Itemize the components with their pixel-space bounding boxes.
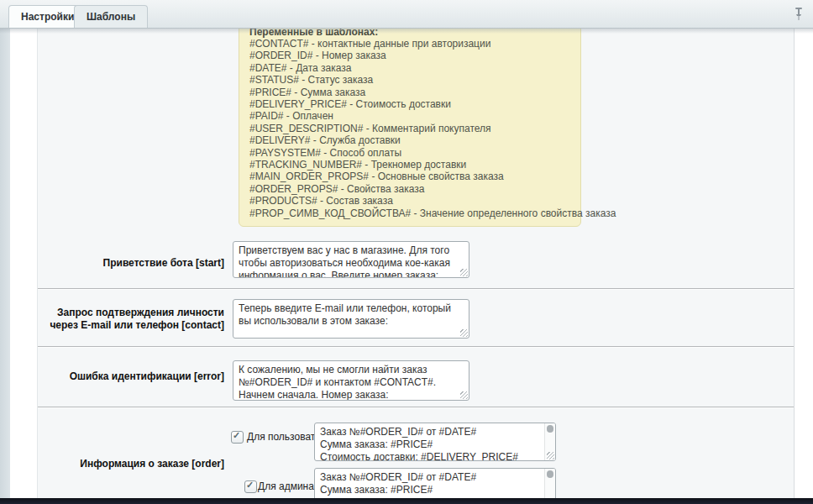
scrollbar-thumb[interactable] [547,425,553,433]
field-label-order: Информация о заказе [order] [38,458,224,470]
order-admin-textarea[interactable]: Заказ №#ORDER_ID# от #DATE# Сумма заказа… [314,468,556,498]
order-admin-textarea-wrap: Заказ №#ORDER_ID# от #DATE# Сумма заказа… [314,468,556,498]
variable-item: #DATE# - Дата заказа [249,62,570,74]
variable-item: #PRODUCTS# - Состав заказа [249,195,570,207]
variable-item: #DELIVERY# - Служба доставки [249,134,570,146]
variable-item: #DELIVERY_PRICE# - Стоимость доставки [249,98,570,110]
variable-item: #PAYSYSTEM# - Способ оплаты [249,147,570,159]
field-label-contact: Запрос подтверждения личности через E-ma… [38,307,224,332]
settings-form-panel: Переменные в шаблонах: #CONTACT# - конта… [37,29,795,498]
variable-item: #TRACKING_NUMBER# - Трекномер доставки [249,159,570,171]
contact-message-textarea[interactable]: Теперь введите E-mail или телефон, котор… [233,299,469,339]
scrollbar-thumb[interactable] [547,470,553,478]
template-variables-note: Переменные в шаблонах: #CONTACT# - конта… [239,29,581,227]
error-message-textarea[interactable]: К сожалению, мы не смогли найти заказ №#… [233,360,469,401]
variable-item: #ORDER_PROPS# - Свойства заказа [249,183,570,195]
for-user-checkbox[interactable]: ✓ [231,431,244,444]
bot-settings-page: Переменные в шаблонах: #CONTACT# - конта… [0,0,813,504]
contact-textarea-wrap: Теперь введите E-mail или телефон, котор… [233,299,469,339]
field-label-error: Ошибка идентификации [error] [38,370,224,383]
row-divider [38,346,794,348]
pin-icon[interactable] [793,7,805,21]
error-textarea-wrap: К сожалению, мы не смогли найти заказ №#… [233,360,469,401]
variable-item: #PROP_СИМВ_КОД_СВОЙСТВА# - Значение опре… [249,207,570,219]
row-divider [38,407,794,408]
start-message-textarea[interactable]: Приветствуем вас у нас в магазине. Для т… [233,241,469,278]
tab-templates[interactable]: Шаблоны [74,5,148,28]
order-user-textarea[interactable]: Заказ №#ORDER_ID# от #DATE# Сумма заказа… [314,423,556,461]
for-admin-checkbox-label: Для админа [258,480,314,493]
variables-list: #CONTACT# - контактные данные при автори… [249,38,570,219]
variable-item: #ORDER_ID# - Номер заказа [249,50,570,61]
bottom-window-edge [0,498,813,504]
for-admin-checkbox[interactable]: ✓ [244,480,257,493]
variable-item: #PRICE# - Сумма заказа [249,87,570,98]
order-user-textarea-wrap: Заказ №#ORDER_ID# от #DATE# Сумма заказа… [314,423,556,461]
variable-item: #STATUS# - Статус заказа [249,74,570,86]
row-divider [38,288,794,290]
variable-item: #CONTACT# - контактные данные при автори… [249,38,570,50]
variable-item: #USER_DESCRIPTION# - Комментарий покупат… [249,123,570,134]
admin-tabbar: Настройки Шаблоны [0,0,813,29]
check-icon: ✓ [233,430,240,441]
textarea-scrollbar[interactable] [544,469,555,498]
variable-item: #PAID# - Оплачен [249,110,570,122]
field-label-start: Приветствие бота [start] [38,257,224,270]
variable-item: #MAIN_ORDER_PROPS# - Основные свойства з… [249,171,570,182]
check-icon: ✓ [246,480,254,491]
textarea-scrollbar[interactable] [544,423,555,460]
start-textarea-wrap: Приветствуем вас у нас в магазине. Для т… [233,241,469,278]
tabbar-shadow [0,29,813,34]
left-gutter [0,29,10,504]
